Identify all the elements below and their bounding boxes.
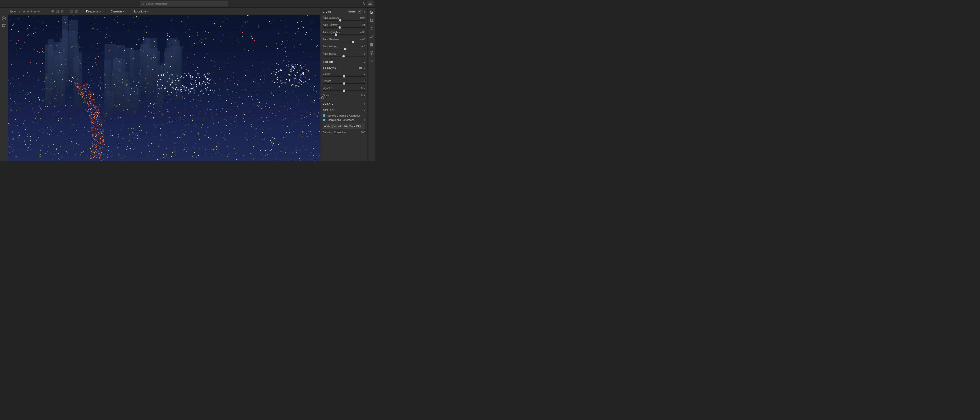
lens-profile-selector[interactable]: Adobe (Canon EF 24-105mm f/3.5-5.…	[323, 124, 365, 129]
add-photos-icon[interactable]	[2, 16, 6, 21]
chromatic-aberration-checkbox-row[interactable]: ✓ Remove Chromatic Aberration	[320, 113, 368, 118]
slider-label: Clarity	[323, 72, 330, 75]
color-section-header[interactable]: COLOR ◂	[320, 59, 368, 65]
auto-button[interactable]: AUTO	[347, 10, 356, 13]
optics-title: OPTICS	[323, 109, 334, 111]
star-2[interactable]: ★	[26, 10, 29, 13]
svg-rect-15	[3, 25, 5, 26]
cameras-dropdown[interactable]: Cameras▾	[109, 10, 126, 13]
svg-point-22	[371, 13, 372, 14]
star-4[interactable]: ★	[33, 10, 37, 13]
linear-gradient-icon[interactable]	[369, 43, 374, 47]
lens-corrections-checkbox-row[interactable]: ✓ Enable Lens Corrections ▾	[320, 118, 368, 122]
slider-handle[interactable]	[339, 19, 341, 22]
chevron-down-icon: ▾	[147, 10, 149, 13]
star-5[interactable]: ★	[37, 10, 40, 13]
tone-curve-button[interactable]	[358, 10, 362, 14]
star-1[interactable]: ★	[23, 10, 26, 13]
divider	[67, 9, 67, 14]
archive-icon[interactable]	[2, 24, 6, 27]
slider-handle[interactable]	[321, 97, 324, 99]
photo-view-icon[interactable]	[70, 10, 73, 13]
slider-handle[interactable]	[335, 33, 337, 36]
light-section-header[interactable]: LIGHT AUTO ▾	[320, 8, 368, 16]
optics-section-header[interactable]: OPTICS ▾	[320, 107, 368, 113]
chevron-left-icon: ◂	[364, 102, 365, 105]
light-slider-row: Auto Highlights– 39	[320, 30, 368, 37]
slider-value: 0	[364, 80, 365, 82]
divider	[105, 9, 106, 14]
more-icon[interactable]: •••	[369, 59, 374, 63]
search-input[interactable]	[146, 2, 226, 5]
distortion-value: 100	[361, 131, 365, 134]
slider-handle[interactable]	[339, 26, 341, 29]
slider-track[interactable]	[323, 76, 365, 76]
svg-point-20	[371, 11, 371, 11]
effects-slider-row: Clarity0	[320, 72, 368, 79]
light-slider-row: Auto Blacks– 2	[320, 52, 368, 59]
edit-sliders-icon[interactable]	[369, 10, 374, 14]
slider-track[interactable]	[323, 98, 365, 98]
flag-pick-icon[interactable]	[51, 10, 54, 13]
divider	[81, 9, 81, 14]
flag-unflagged-icon[interactable]	[56, 10, 59, 13]
share-icon[interactable]	[361, 2, 365, 5]
slider-label: Dehaze	[323, 80, 331, 82]
detail-section-header[interactable]: DETAIL ◂	[320, 100, 368, 107]
slider-track[interactable]	[323, 56, 365, 56]
slider-label: Grain	[323, 94, 329, 97]
slider-handle[interactable]	[352, 41, 354, 43]
star-3[interactable]: ★	[30, 10, 33, 13]
effects-slider-row: Grain0◂	[320, 93, 368, 100]
slider-value: 0	[364, 72, 365, 75]
gte-icon[interactable]: ≥	[19, 10, 20, 13]
slider-handle[interactable]	[343, 75, 345, 78]
light-slider-row: Auto Shadows+ 45	[320, 37, 368, 45]
main-photo-viewport[interactable]	[8, 15, 320, 161]
keywords-dropdown[interactable]: Keywords▾	[84, 10, 103, 13]
slider-track[interactable]	[323, 41, 365, 42]
crop-icon[interactable]	[369, 18, 374, 22]
svg-point-0	[142, 3, 143, 4]
effects-section-header[interactable]: EFFECTS ▾	[320, 65, 368, 72]
cloud-sync-icon[interactable]	[368, 2, 372, 5]
locations-label: Locations	[134, 10, 146, 13]
chevron-down-icon[interactable]: ▾	[364, 119, 365, 121]
locations-dropdown[interactable]: Locations▾	[132, 10, 151, 13]
light-slider-row: Auto Whites+ 6	[320, 45, 368, 52]
chevron-left-icon[interactable]: ◂	[364, 87, 365, 89]
radial-gradient-icon[interactable]	[369, 51, 374, 55]
slider-track[interactable]	[323, 83, 365, 84]
effects-slider-row: Vignette0◂	[320, 86, 368, 93]
edit-panel: LIGHT AUTO ▾ Auto Exposure– 0.94Auto Con…	[320, 8, 368, 161]
healing-brush-icon[interactable]	[369, 26, 374, 31]
slider-value: 0	[361, 94, 363, 97]
left-toolbar	[0, 15, 8, 161]
color-title: COLOR	[323, 61, 333, 64]
checkbox-checked-icon[interactable]: ✓	[323, 115, 325, 117]
slider-value: – 0.94	[358, 16, 365, 19]
chevron-left-icon: ◂	[364, 61, 365, 64]
right-toolbar: •••	[368, 8, 375, 161]
chevron-left-icon[interactable]: ◂	[364, 94, 365, 97]
grid-view-icon[interactable]	[75, 10, 78, 13]
slider-track[interactable]	[323, 35, 365, 35]
slider-handle[interactable]	[344, 48, 347, 50]
distortion-label: Distortion Correction	[323, 131, 346, 134]
slider-handle[interactable]	[343, 89, 345, 92]
slider-label: Auto Whites	[323, 45, 336, 48]
split-tone-icon[interactable]	[359, 67, 362, 70]
checkbox-checked-icon[interactable]: ✓	[323, 119, 325, 121]
slider-handle[interactable]	[343, 82, 345, 85]
slider-track[interactable]	[323, 20, 365, 21]
slider-track[interactable]	[323, 49, 365, 49]
slider-label: Auto Shadows	[323, 38, 339, 41]
brush-icon[interactable]	[369, 35, 374, 39]
flag-reject-icon[interactable]	[60, 10, 64, 13]
slider-track[interactable]	[323, 27, 365, 28]
slider-value: 0	[361, 87, 363, 89]
svg-rect-7	[77, 10, 78, 11]
slider-handle[interactable]	[342, 55, 345, 57]
chevron-down-icon[interactable]: ▾	[364, 11, 365, 13]
slider-track[interactable]	[323, 91, 365, 91]
